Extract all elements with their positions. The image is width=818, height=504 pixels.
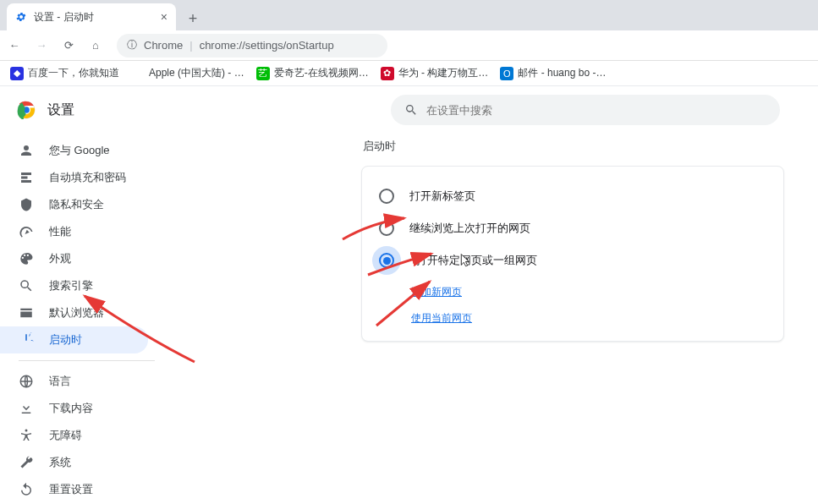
shield-icon <box>19 197 34 212</box>
gear-icon <box>15 11 27 23</box>
settings-search[interactable] <box>391 95 780 125</box>
url-divider: | <box>189 39 192 52</box>
page-title: 设置 <box>47 101 74 119</box>
startup-option-continue[interactable]: 继续浏览上次打开的网页 <box>379 212 766 244</box>
svg-point-3 <box>25 430 28 432</box>
sidebar-item-reset[interactable]: 重置设置 <box>0 476 148 503</box>
option-label: 继续浏览上次打开的网页 <box>409 221 530 236</box>
tab-title: 设置 - 启动时 <box>34 10 94 25</box>
bookmark-favicon: O <box>500 67 513 80</box>
browser-toolbar: ← → ⟳ ⌂ ⓘ Chrome | chrome://settings/onS… <box>0 30 818 61</box>
sidebar-item-performance[interactable]: 性能 <box>0 218 148 245</box>
download-icon <box>19 401 34 416</box>
radio-icon-checked <box>379 253 394 268</box>
url-text: chrome://settings/onStartup <box>200 39 334 52</box>
back-button[interactable]: ← <box>7 39 22 52</box>
bookmark-item[interactable]: 艺 爱奇艺-在线视频网… <box>256 66 369 80</box>
sidebar-item-label: 您与 Google <box>49 143 110 158</box>
option-label: 打开新标签页 <box>409 189 475 204</box>
sidebar-item-you-and-google[interactable]: 您与 Google <box>0 137 148 164</box>
bookmark-item[interactable]: Apple (中国大陆) - … <box>131 66 244 80</box>
settings-header: 设置 <box>0 86 818 134</box>
section-title: 启动时 <box>363 139 784 154</box>
bookmark-label: Apple (中国大陆) - … <box>149 66 244 80</box>
sidebar-item-label: 性能 <box>49 224 71 239</box>
address-bar[interactable]: ⓘ Chrome | chrome://settings/onStartup <box>117 34 387 58</box>
sidebar-item-label: 语言 <box>49 374 71 389</box>
sidebar-item-on-startup[interactable]: 启动时 <box>0 326 148 353</box>
autofill-icon <box>19 170 34 185</box>
home-button[interactable]: ⌂ <box>88 39 103 52</box>
close-tab-icon[interactable]: × <box>161 10 167 24</box>
sidebar-item-label: 下载内容 <box>49 401 93 416</box>
startup-option-specific-pages[interactable]: 打开特定网页或一组网页 <box>379 244 766 277</box>
settings-sidebar: 您与 Google 自动填充和密码 隐私和安全 性能 外观 搜索引擎 默认浏览器 <box>0 134 175 504</box>
option-label: 打开特定网页或一组网页 <box>416 253 537 268</box>
power-icon <box>19 332 34 348</box>
on-startup-card: 打开新标签页 继续浏览上次打开的网页 打开特定网页或一组网页 添加新网页 使用当… <box>361 166 784 342</box>
search-icon <box>404 103 418 117</box>
use-current-pages-link[interactable]: 使用当前网页 <box>411 311 472 326</box>
add-new-page-link[interactable]: 添加新网页 <box>411 285 462 299</box>
sidebar-item-system[interactable]: 系统 <box>0 449 148 476</box>
palette-icon <box>19 251 34 266</box>
browser-icon <box>19 305 34 320</box>
radio-icon <box>379 189 394 204</box>
globe-icon <box>19 374 34 389</box>
sidebar-item-label: 外观 <box>49 251 71 266</box>
search-input[interactable] <box>426 104 766 117</box>
sidebar-item-label: 系统 <box>49 455 71 470</box>
sidebar-item-accessibility[interactable]: 无障碍 <box>0 422 148 449</box>
sidebar-item-privacy[interactable]: 隐私和安全 <box>0 191 148 218</box>
bookmark-favicon: 艺 <box>256 67 270 80</box>
url-prefix: Chrome <box>144 39 183 52</box>
sidebar-item-label: 启动时 <box>49 332 82 348</box>
sidebar-item-label: 重置设置 <box>49 482 93 497</box>
sidebar-item-label: 搜索引擎 <box>49 278 93 293</box>
bookmark-label: 百度一下，你就知道 <box>28 66 119 80</box>
sidebar-item-search-engine[interactable]: 搜索引擎 <box>0 272 148 299</box>
browser-tab[interactable]: 设置 - 启动时 × <box>7 3 176 30</box>
accessibility-icon <box>19 428 34 443</box>
radio-icon <box>379 221 394 236</box>
sidebar-item-languages[interactable]: 语言 <box>0 368 148 395</box>
bookmark-item[interactable]: ✿ 华为 - 构建万物互… <box>381 66 489 80</box>
bookmark-label: 邮件 - huang bo -… <box>518 66 606 80</box>
sidebar-item-label: 自动填充和密码 <box>49 170 126 185</box>
bookmark-favicon: ✿ <box>381 67 394 80</box>
sidebar-item-label: 默认浏览器 <box>49 305 104 320</box>
reload-button[interactable]: ⟳ <box>61 39 76 52</box>
sidebar-item-appearance[interactable]: 外观 <box>0 245 148 272</box>
search-icon <box>19 278 34 293</box>
bookmark-favicon <box>131 67 145 80</box>
reset-icon <box>19 482 34 497</box>
settings-main: 启动时 打开新标签页 继续浏览上次打开的网页 打开特定网页或一组网页 添加新网页… <box>175 134 818 504</box>
bookmark-item[interactable]: ◆ 百度一下，你就知道 <box>10 66 119 80</box>
site-info-icon[interactable]: ⓘ <box>127 38 137 52</box>
wrench-icon <box>19 455 34 470</box>
person-icon <box>19 143 34 158</box>
sidebar-item-label: 隐私和安全 <box>49 197 104 212</box>
bookmarks-bar: ◆ 百度一下，你就知道 Apple (中国大陆) - … 艺 爱奇艺-在线视频网… <box>0 61 818 86</box>
bookmark-label: 华为 - 构建万物互… <box>398 66 489 80</box>
bookmark-favicon: ◆ <box>10 67 24 80</box>
bookmark-label: 爱奇艺-在线视频网… <box>274 66 369 80</box>
speedometer-icon <box>19 224 34 239</box>
startup-option-new-tab[interactable]: 打开新标签页 <box>379 180 766 212</box>
sidebar-item-downloads[interactable]: 下载内容 <box>0 395 148 422</box>
bookmark-item[interactable]: O 邮件 - huang bo -… <box>500 66 606 80</box>
radio-halo <box>372 246 401 275</box>
new-tab-button[interactable]: + <box>181 7 205 30</box>
sidebar-item-autofill[interactable]: 自动填充和密码 <box>0 164 148 191</box>
sidebar-item-default-browser[interactable]: 默认浏览器 <box>0 299 148 326</box>
sidebar-separator <box>19 360 155 361</box>
sidebar-item-label: 无障碍 <box>49 428 82 443</box>
forward-button[interactable]: → <box>34 39 49 52</box>
chrome-logo-icon <box>17 101 36 119</box>
tab-strip: 设置 - 启动时 × + <box>0 0 818 30</box>
